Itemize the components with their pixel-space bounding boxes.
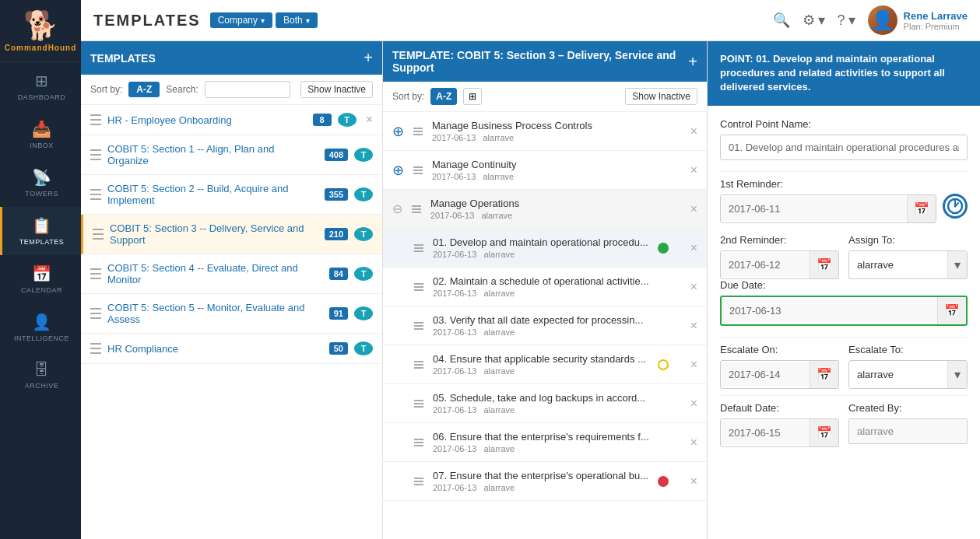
close-control-button[interactable]: ×	[690, 202, 697, 216]
search-button[interactable]: 🔍	[773, 12, 790, 29]
sidebar-item-templates[interactable]: 📋 TEMPLATES	[0, 207, 81, 255]
close-control-button[interactable]: ×	[690, 163, 697, 177]
escalate-to-label: Escalate To:	[848, 344, 968, 355]
control-name-label: Control Point Name:	[720, 118, 968, 130]
sort-az-button[interactable]: A-Z	[430, 88, 457, 105]
expand-icon[interactable]: ⊕	[392, 162, 404, 179]
due-date-group: Due Date: 2017-06-13 📅	[720, 279, 968, 326]
reminder1-date-value: 2017-06-11	[721, 197, 907, 221]
close-control-button[interactable]: ×	[690, 436, 697, 450]
default-created-row: Default Date: 2017-06-15 📅 Created By: a…	[720, 402, 968, 447]
drag-handle-icon	[414, 400, 423, 408]
control-panel: POINT: 01. Develop and maintain operatio…	[708, 41, 980, 539]
close-control-button[interactable]: ×	[690, 397, 697, 411]
escalate-on-wrap: 2017-06-14 📅	[720, 360, 839, 389]
select-caret-icon[interactable]: ▾	[947, 251, 967, 278]
control-item[interactable]: ⊕ Manage Business Process Controls 2017-…	[383, 112, 707, 151]
template-item[interactable]: COBIT 5: Section 2 -- Build, Acquire and…	[81, 175, 382, 215]
detail-toolbar: Sort by: A-Z ⊞ Show Inactive	[383, 82, 707, 112]
sidebar-item-towers[interactable]: 📡 TOWERS	[0, 159, 81, 207]
dashboard-icon: ⊞	[35, 72, 49, 90]
page-title: TEMPLATES	[93, 12, 201, 30]
template-item[interactable]: COBIT 5: Section 4 -- Evaluate, Direct a…	[81, 254, 382, 294]
control-item[interactable]: 02. Maintain a schedule of operational a…	[383, 268, 707, 306]
count-badge: 84	[329, 268, 348, 280]
user-plan: Plan: Premium	[904, 22, 968, 31]
sidebar-item-dashboard[interactable]: ⊞ DASHBOARD	[0, 62, 81, 110]
control-name: Manage Business Process Controls	[432, 120, 684, 131]
drag-handle-icon	[90, 188, 101, 201]
collapse-icon[interactable]: ⊖	[392, 201, 402, 216]
template-item[interactable]: COBIT 5: Section 1 -- Align, Plan and Or…	[81, 135, 382, 175]
control-item[interactable]: 05. Schedule, take and log backups in ac…	[383, 384, 707, 423]
close-control-button[interactable]: ×	[690, 124, 697, 138]
close-control-button[interactable]: ×	[690, 241, 697, 255]
remove-template-button[interactable]: ×	[366, 113, 373, 127]
calendar-icon[interactable]: 📅	[810, 361, 838, 388]
add-template-button[interactable]: +	[364, 49, 373, 67]
control-item[interactable]: 01. Develop and maintain operational pro…	[383, 229, 707, 268]
type-badge: T	[354, 341, 373, 355]
company-filter[interactable]: Company ▾	[210, 12, 272, 28]
control-info: Manage Operations 2017-06-13 alarrave	[430, 198, 684, 220]
topbar: TEMPLATES Company ▾ Both ▾ 🔍 ⚙ ▾ ? ▾ Ren…	[81, 0, 980, 41]
reminder-circle-icon	[943, 194, 968, 219]
sort-az-button[interactable]: A-Z	[128, 82, 160, 97]
calendar-icon: 📅	[32, 264, 52, 283]
add-control-button[interactable]: +	[688, 53, 697, 71]
sidebar-item-archive[interactable]: 🗄 ARCHIVE	[0, 352, 81, 399]
sidebar-item-label: INBOX	[30, 142, 54, 149]
template-item[interactable]: HR - Employee Onboarding 8 T ×	[81, 105, 382, 135]
close-control-button[interactable]: ×	[690, 280, 697, 294]
sidebar-item-intelligence[interactable]: 👤 INTELLIGENCE	[0, 303, 81, 352]
drag-handle-icon	[90, 307, 101, 320]
control-item[interactable]: 07. Ensure that the enterprise's operati…	[383, 462, 707, 501]
template-item[interactable]: COBIT 5: Section 5 -- Monitor, Evaluate …	[81, 294, 382, 334]
control-name: 04. Ensure that applicable security stan…	[433, 353, 652, 365]
template-item[interactable]: COBIT 5: Section 3 -- Delivery, Service …	[81, 215, 382, 254]
control-item[interactable]: 04. Ensure that applicable security stan…	[383, 345, 707, 384]
inbox-icon: 📥	[32, 120, 52, 138]
help-button[interactable]: ? ▾	[838, 12, 855, 29]
control-item[interactable]: 03. Verify that all date expected for pr…	[383, 306, 707, 345]
close-control-button[interactable]: ×	[690, 358, 697, 372]
show-inactive-button[interactable]: Show Inactive	[300, 81, 373, 98]
expand-icon[interactable]: ⊕	[392, 123, 404, 140]
calendar-icon[interactable]: 📅	[907, 195, 936, 222]
show-inactive-button[interactable]: Show Inactive	[625, 88, 697, 105]
grid-view-button[interactable]: ⊞	[463, 88, 482, 105]
count-badge: 408	[325, 149, 348, 161]
escalate-on-label: Escalate On:	[720, 344, 839, 355]
reminder1-label: 1st Reminder:	[720, 178, 936, 190]
control-item[interactable]: ⊖ Manage Operations 2017-06-13 alarrave …	[383, 190, 707, 229]
assign-to-select-wrap: alarrave ▾	[848, 250, 968, 279]
calendar-icon[interactable]: 📅	[810, 419, 838, 446]
control-item[interactable]: ⊕ Manage Continuity 2017-06-13 alarrave …	[383, 151, 707, 190]
drag-handle-icon	[90, 268, 101, 280]
select-caret-icon[interactable]: ▾	[947, 361, 967, 388]
search-input[interactable]	[205, 81, 290, 98]
control-meta: 2017-06-13 alarrave	[433, 289, 684, 298]
control-meta: 2017-06-13 alarrave	[433, 327, 684, 337]
control-name-input[interactable]	[720, 135, 968, 160]
sidebar-item-label: TOWERS	[25, 190, 58, 198]
both-filter[interactable]: Both ▾	[276, 12, 318, 28]
calendar-icon[interactable]: 📅	[810, 251, 838, 278]
settings-button[interactable]: ⚙ ▾	[803, 12, 825, 29]
drag-handle-icon	[414, 361, 423, 369]
close-control-button[interactable]: ×	[690, 474, 697, 488]
sidebar-item-inbox[interactable]: 📥 INBOX	[0, 110, 81, 159]
close-control-button[interactable]: ×	[690, 319, 697, 333]
sidebar-item-calendar[interactable]: 📅 CALENDAR	[0, 255, 81, 303]
svg-point-1	[954, 205, 957, 207]
archive-icon: 🗄	[33, 361, 50, 379]
control-name: 03. Verify that all date expected for pr…	[433, 314, 684, 326]
control-item[interactable]: 06. Ensure that the enterprise's require…	[383, 423, 707, 462]
reminder1-date-wrap: 2017-06-11 📅	[720, 194, 936, 223]
assign-to-value: alarrave	[849, 253, 947, 277]
assign-to-group: Assign To: alarrave ▾	[848, 234, 968, 279]
control-meta: 2017-06-13 alarrave	[433, 483, 652, 492]
template-item[interactable]: HR Compliance 50 T	[81, 334, 382, 364]
calendar-icon[interactable]: 📅	[937, 297, 966, 324]
topbar-right: 🔍 ⚙ ▾ ? ▾ Rene Larrave Plan: Premium	[773, 5, 968, 35]
